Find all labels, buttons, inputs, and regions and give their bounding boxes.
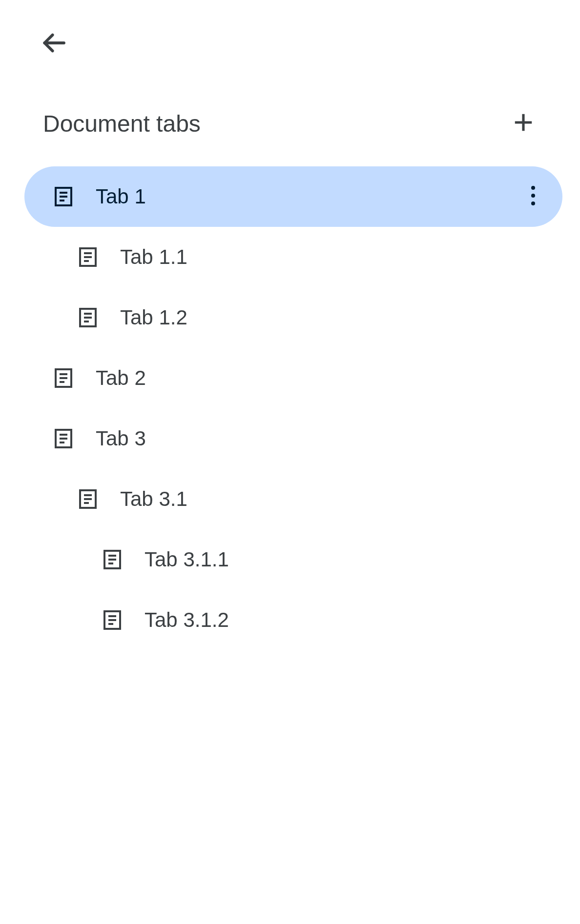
tab-item-tab-3-1[interactable]: Tab 3.1 xyxy=(24,469,562,529)
tab-label: Tab 3.1.1 xyxy=(145,548,562,571)
svg-point-7 xyxy=(531,186,535,190)
tab-item-tab-3-1-1[interactable]: Tab 3.1.1 xyxy=(24,529,562,590)
page-title: Document tabs xyxy=(43,110,201,137)
back-button[interactable] xyxy=(34,24,73,63)
document-icon xyxy=(52,185,75,208)
tab-label: Tab 3.1.2 xyxy=(145,608,562,632)
document-icon xyxy=(52,366,75,390)
tab-label: Tab 2 xyxy=(96,366,562,390)
document-icon xyxy=(101,608,124,632)
header-row: Document tabs xyxy=(0,110,580,137)
document-icon xyxy=(76,306,100,329)
tab-item-tab-3-1-2[interactable]: Tab 3.1.2 xyxy=(24,590,562,650)
plus-icon xyxy=(513,112,534,135)
tab-item-tab-3[interactable]: Tab 3 xyxy=(24,408,562,469)
document-icon xyxy=(76,245,100,269)
tab-label: Tab 1 xyxy=(96,185,518,208)
arrow-left-icon xyxy=(40,29,67,59)
svg-point-9 xyxy=(531,201,535,205)
tab-item-tab-1[interactable]: Tab 1 xyxy=(24,166,562,227)
document-icon xyxy=(52,427,75,450)
tab-item-tab-1-2[interactable]: Tab 1.2 xyxy=(24,287,562,348)
tab-item-tab-1-1[interactable]: Tab 1.1 xyxy=(24,227,562,287)
document-icon xyxy=(76,487,100,511)
tab-label: Tab 1.2 xyxy=(120,306,562,329)
add-tab-button[interactable] xyxy=(510,110,537,137)
more-vertical-icon xyxy=(531,186,536,207)
more-options-button[interactable] xyxy=(518,182,548,211)
tab-label: Tab 1.1 xyxy=(120,245,562,269)
document-icon xyxy=(101,548,124,571)
tabs-list: Tab 1 Tab 1.1 xyxy=(0,166,580,650)
tab-item-tab-2[interactable]: Tab 2 xyxy=(24,348,562,408)
tab-label: Tab 3 xyxy=(96,427,562,450)
tab-label: Tab 3.1 xyxy=(120,487,562,511)
svg-point-8 xyxy=(531,194,535,198)
